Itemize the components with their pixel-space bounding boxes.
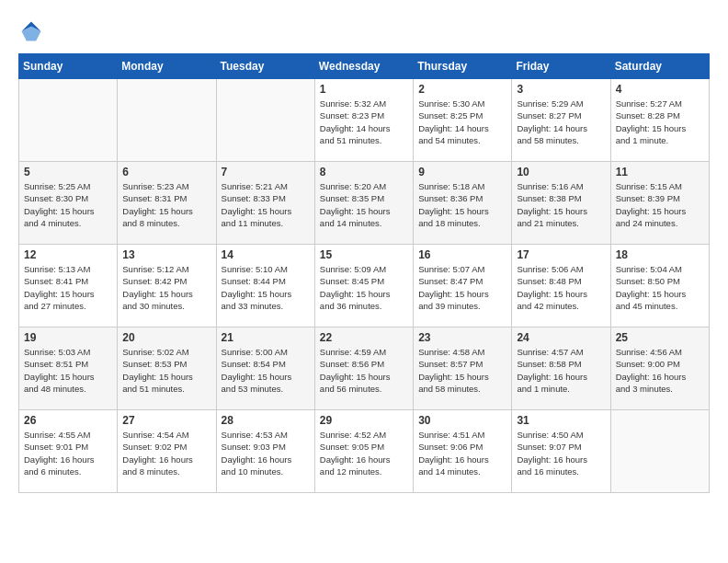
calendar-cell: 4Sunrise: 5:27 AM Sunset: 8:28 PM Daylig…	[610, 79, 709, 162]
day-number: 16	[418, 248, 506, 261]
day-info: Sunrise: 5:30 AM Sunset: 8:25 PM Dayligh…	[418, 98, 506, 146]
day-number: 13	[122, 248, 210, 261]
day-number: 3	[517, 83, 605, 96]
calendar-cell: 14Sunrise: 5:10 AM Sunset: 8:44 PM Dayli…	[216, 245, 314, 327]
day-info: Sunrise: 5:13 AM Sunset: 8:41 PM Dayligh…	[24, 263, 112, 312]
week-row-2: 5Sunrise: 5:25 AM Sunset: 8:30 PM Daylig…	[19, 162, 710, 245]
day-info: Sunrise: 4:53 AM Sunset: 9:03 PM Dayligh…	[222, 429, 310, 477]
calendar-cell: 24Sunrise: 4:57 AM Sunset: 8:58 PM Dayli…	[512, 327, 610, 410]
calendar-cell: 10Sunrise: 5:16 AM Sunset: 8:38 PM Dayli…	[512, 162, 610, 245]
calendar-cell: 5Sunrise: 5:25 AM Sunset: 8:30 PM Daylig…	[19, 162, 118, 245]
day-info: Sunrise: 4:58 AM Sunset: 8:57 PM Dayligh…	[418, 346, 506, 395]
day-info: Sunrise: 5:07 AM Sunset: 8:47 PM Dayligh…	[418, 263, 506, 312]
day-info: Sunrise: 4:52 AM Sunset: 9:05 PM Dayligh…	[320, 429, 408, 477]
day-info: Sunrise: 5:18 AM Sunset: 8:36 PM Dayligh…	[418, 180, 506, 229]
day-number: 10	[517, 166, 605, 178]
day-number: 30	[418, 414, 506, 427]
day-number: 15	[320, 248, 408, 261]
day-info: Sunrise: 5:25 AM Sunset: 8:30 PM Dayligh…	[24, 180, 112, 229]
day-number: 1	[320, 83, 408, 96]
day-info: Sunrise: 5:04 AM Sunset: 8:50 PM Dayligh…	[616, 263, 704, 312]
calendar-cell: 9Sunrise: 5:18 AM Sunset: 8:36 PM Daylig…	[414, 162, 512, 245]
calendar-cell: 3Sunrise: 5:29 AM Sunset: 8:27 PM Daylig…	[512, 79, 610, 162]
header-cell-tuesday: Tuesday	[216, 54, 314, 79]
calendar-cell: 13Sunrise: 5:12 AM Sunset: 8:42 PM Dayli…	[118, 245, 216, 327]
day-info: Sunrise: 5:27 AM Sunset: 8:28 PM Dayligh…	[616, 98, 704, 146]
day-number: 14	[222, 248, 310, 261]
day-number: 24	[517, 331, 605, 344]
calendar-table: SundayMondayTuesdayWednesdayThursdayFrid…	[18, 53, 710, 493]
header-cell-monday: Monday	[118, 54, 216, 79]
calendar-cell: 26Sunrise: 4:55 AM Sunset: 9:01 PM Dayli…	[19, 410, 118, 493]
week-row-3: 12Sunrise: 5:13 AM Sunset: 8:41 PM Dayli…	[19, 245, 710, 327]
day-info: Sunrise: 5:20 AM Sunset: 8:35 PM Dayligh…	[320, 180, 408, 229]
day-info: Sunrise: 5:09 AM Sunset: 8:45 PM Dayligh…	[320, 263, 408, 312]
day-info: Sunrise: 5:23 AM Sunset: 8:31 PM Dayligh…	[122, 180, 210, 229]
day-info: Sunrise: 4:51 AM Sunset: 9:06 PM Dayligh…	[418, 429, 506, 477]
logo	[18, 18, 48, 44]
calendar-cell: 12Sunrise: 5:13 AM Sunset: 8:41 PM Dayli…	[19, 245, 118, 327]
calendar-cell: 27Sunrise: 4:54 AM Sunset: 9:02 PM Dayli…	[118, 410, 216, 493]
calendar-cell: 20Sunrise: 5:02 AM Sunset: 8:53 PM Dayli…	[118, 327, 216, 410]
day-info: Sunrise: 5:06 AM Sunset: 8:48 PM Dayligh…	[517, 263, 605, 312]
day-info: Sunrise: 5:15 AM Sunset: 8:39 PM Dayligh…	[616, 180, 704, 229]
day-number: 26	[24, 414, 112, 427]
day-number: 6	[122, 166, 210, 178]
day-number: 20	[122, 331, 210, 344]
calendar-cell: 17Sunrise: 5:06 AM Sunset: 8:48 PM Dayli…	[512, 245, 610, 327]
day-number: 28	[222, 414, 310, 427]
day-info: Sunrise: 4:59 AM Sunset: 8:56 PM Dayligh…	[320, 346, 408, 395]
day-info: Sunrise: 4:54 AM Sunset: 9:02 PM Dayligh…	[122, 429, 210, 477]
calendar-cell: 25Sunrise: 4:56 AM Sunset: 9:00 PM Dayli…	[610, 327, 709, 410]
header	[18, 18, 710, 44]
calendar-cell: 30Sunrise: 4:51 AM Sunset: 9:06 PM Dayli…	[414, 410, 512, 493]
day-info: Sunrise: 5:03 AM Sunset: 8:51 PM Dayligh…	[24, 346, 112, 395]
day-info: Sunrise: 4:57 AM Sunset: 8:58 PM Dayligh…	[517, 346, 605, 395]
day-number: 5	[24, 166, 112, 178]
header-cell-thursday: Thursday	[414, 54, 512, 79]
day-info: Sunrise: 5:10 AM Sunset: 8:44 PM Dayligh…	[222, 263, 310, 312]
day-number: 4	[616, 83, 704, 96]
day-number: 25	[616, 331, 704, 344]
day-info: Sunrise: 5:00 AM Sunset: 8:54 PM Dayligh…	[222, 346, 310, 395]
day-number: 8	[320, 166, 408, 178]
week-row-4: 19Sunrise: 5:03 AM Sunset: 8:51 PM Dayli…	[19, 327, 710, 410]
calendar-cell: 15Sunrise: 5:09 AM Sunset: 8:45 PM Dayli…	[314, 245, 413, 327]
day-info: Sunrise: 4:50 AM Sunset: 9:07 PM Dayligh…	[517, 429, 605, 477]
calendar-cell: 22Sunrise: 4:59 AM Sunset: 8:56 PM Dayli…	[314, 327, 413, 410]
day-number: 22	[320, 331, 408, 344]
calendar-cell: 6Sunrise: 5:23 AM Sunset: 8:31 PM Daylig…	[118, 162, 216, 245]
day-number: 19	[24, 331, 112, 344]
logo-icon	[18, 18, 44, 44]
week-row-1: 1Sunrise: 5:32 AM Sunset: 8:23 PM Daylig…	[19, 79, 710, 162]
header-row: SundayMondayTuesdayWednesdayThursdayFrid…	[19, 54, 710, 79]
header-cell-sunday: Sunday	[19, 54, 118, 79]
calendar-cell: 8Sunrise: 5:20 AM Sunset: 8:35 PM Daylig…	[314, 162, 413, 245]
calendar-cell: 2Sunrise: 5:30 AM Sunset: 8:25 PM Daylig…	[414, 79, 512, 162]
day-info: Sunrise: 5:29 AM Sunset: 8:27 PM Dayligh…	[517, 98, 605, 146]
day-info: Sunrise: 4:55 AM Sunset: 9:01 PM Dayligh…	[24, 429, 112, 477]
day-number: 9	[418, 166, 506, 178]
day-info: Sunrise: 5:16 AM Sunset: 8:38 PM Dayligh…	[517, 180, 605, 229]
day-info: Sunrise: 5:02 AM Sunset: 8:53 PM Dayligh…	[122, 346, 210, 395]
day-number: 17	[517, 248, 605, 261]
day-number: 12	[24, 248, 112, 261]
calendar-cell: 19Sunrise: 5:03 AM Sunset: 8:51 PM Dayli…	[19, 327, 118, 410]
day-info: Sunrise: 5:12 AM Sunset: 8:42 PM Dayligh…	[122, 263, 210, 312]
calendar-cell: 16Sunrise: 5:07 AM Sunset: 8:47 PM Dayli…	[414, 245, 512, 327]
calendar-cell	[610, 410, 709, 493]
header-cell-wednesday: Wednesday	[314, 54, 413, 79]
header-cell-friday: Friday	[512, 54, 610, 79]
calendar-cell	[216, 79, 314, 162]
calendar-cell: 29Sunrise: 4:52 AM Sunset: 9:05 PM Dayli…	[314, 410, 413, 493]
header-cell-saturday: Saturday	[610, 54, 709, 79]
day-number: 23	[418, 331, 506, 344]
day-number: 27	[122, 414, 210, 427]
week-row-5: 26Sunrise: 4:55 AM Sunset: 9:01 PM Dayli…	[19, 410, 710, 493]
day-number: 31	[517, 414, 605, 427]
calendar-cell: 18Sunrise: 5:04 AM Sunset: 8:50 PM Dayli…	[610, 245, 709, 327]
calendar-cell: 21Sunrise: 5:00 AM Sunset: 8:54 PM Dayli…	[216, 327, 314, 410]
day-info: Sunrise: 4:56 AM Sunset: 9:00 PM Dayligh…	[616, 346, 704, 395]
calendar-cell	[19, 79, 118, 162]
day-number: 21	[222, 331, 310, 344]
